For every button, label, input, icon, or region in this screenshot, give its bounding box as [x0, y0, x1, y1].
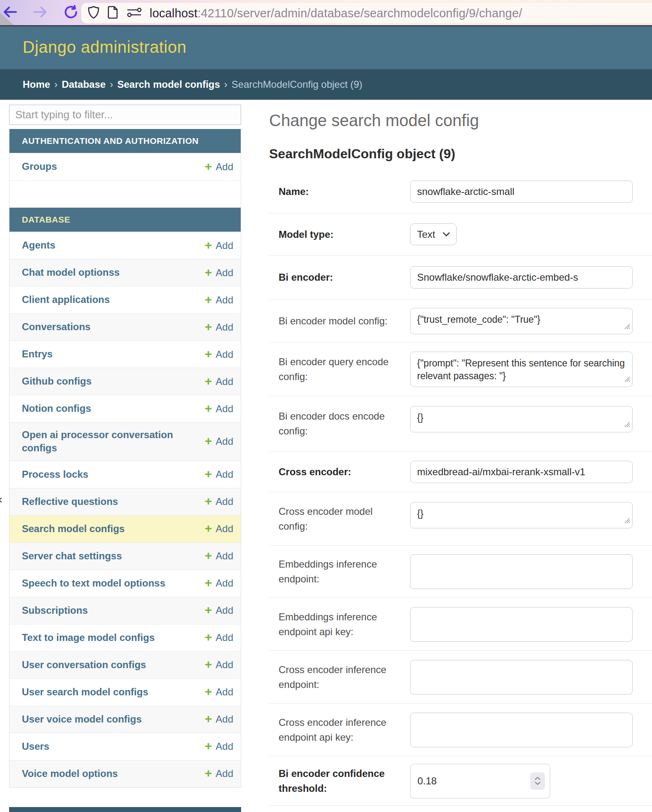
model-link-server-chat-settingss[interactable]: Server chat settingss [22, 544, 122, 568]
breadcrumb-link-home[interactable]: Home [23, 79, 50, 90]
model-link-speech-to-text-model-optionss[interactable]: Speech to text model optionss [22, 571, 165, 596]
app-section-header: DATABASE [9, 208, 241, 232]
model-link-open-ai-processor-conversation-configs[interactable]: Open ai processor conversation configs [22, 422, 205, 461]
add-button-chat-model-optionss[interactable]: +Add [205, 267, 233, 279]
embeddings-inference-endpoint-api-key-input[interactable] [410, 607, 633, 642]
field-widget-model-type: Text [410, 223, 652, 245]
site-brand[interactable]: Django administration [23, 38, 186, 56]
breadcrumb-link-database[interactable]: Database [62, 79, 106, 90]
add-button-server-chat-settingss[interactable]: +Add [205, 550, 233, 562]
model-link-search-model-configs[interactable]: Search model configs [22, 516, 124, 541]
sidebar-item-voice-model-options: Voice model options+Add [9, 760, 241, 787]
model-link-users[interactable]: Users [22, 734, 49, 759]
model-link-chat-model-optionss[interactable]: Chat model optionss [22, 260, 120, 285]
add-button-open-ai-processor-conversation-configs[interactable]: +Add [205, 435, 233, 448]
add-button-speech-to-text-model-optionss[interactable]: +Add [205, 577, 233, 589]
model-link-agents[interactable]: Agents [22, 233, 55, 258]
bi-encoder-input[interactable] [410, 266, 633, 289]
add-button-client-applications[interactable]: +Add [205, 294, 233, 306]
sidebar-item-user-search-model-configs: User search model configs+Add [9, 678, 241, 706]
form-row-bi-encoder-confidence-threshold: Bi encoder confidence threshold: [269, 756, 652, 806]
add-button-github-configs[interactable]: +Add [205, 375, 233, 388]
add-button-user-conversation-configs[interactable]: +Add [205, 659, 233, 671]
sidebar-item-process-locks: Process locks+Add [9, 461, 241, 488]
model-link-groups[interactable]: Groups [22, 154, 57, 179]
cross-encoder-model-config-textarea[interactable] [410, 502, 633, 528]
resize-grip-icon[interactable] [624, 323, 631, 331]
model-link-process-locks[interactable]: Process locks [22, 462, 88, 487]
model-link-notion-configs[interactable]: Notion configs [22, 396, 91, 421]
sidebar-item-subscriptions: Subscriptions+Add [9, 597, 241, 624]
model-link-user-search-model-configs[interactable]: User search model configs [22, 680, 148, 704]
sidebar-filter-input[interactable] [9, 105, 241, 125]
model-link-conversations[interactable]: Conversations [22, 314, 91, 339]
form-row-cross-encoder-model-config: Cross encoder model config: [269, 492, 652, 546]
add-label: Add [216, 605, 233, 616]
shield-icon[interactable] [88, 6, 99, 21]
bi-encoder-docs-encode-config-textarea[interactable] [410, 406, 633, 432]
name-input[interactable] [410, 181, 633, 203]
back-icon[interactable] [2, 6, 17, 20]
url-bar[interactable]: localhost:42110/server/admin/database/se… [81, 3, 652, 23]
bi-encoder-confidence-threshold-input[interactable] [410, 764, 550, 798]
add-label: Add [216, 496, 233, 507]
plus-icon: + [205, 321, 212, 333]
stepper-down-icon[interactable] [535, 781, 541, 785]
model-link-subscriptions[interactable]: Subscriptions [22, 598, 88, 623]
resize-grip-icon[interactable] [624, 517, 631, 526]
bi-encoder-query-encode-config-textarea[interactable] [410, 352, 633, 387]
cross-encoder-inference-endpoint-input[interactable] [410, 660, 633, 695]
form-row-bi-encoder-model-config: Bi encoder model config: [269, 300, 652, 343]
model-link-user-conversation-configs[interactable]: User conversation configs [22, 652, 146, 677]
field-label-cross-encoder-inference-endpoint-api-key: Cross encoder inference endpoint api key… [269, 715, 410, 745]
page-title: Change search model config [269, 111, 652, 130]
url-text[interactable]: localhost:42110/server/admin/database/se… [150, 7, 522, 20]
resize-grip-icon[interactable] [624, 376, 631, 384]
permissions-icon[interactable] [127, 7, 142, 20]
next-section-header-partial [9, 807, 241, 812]
plus-icon: + [205, 685, 212, 698]
add-button-process-locks[interactable]: +Add [205, 468, 233, 481]
page-icon[interactable] [108, 6, 118, 21]
plus-icon: + [205, 604, 212, 616]
add-button-user-search-model-configs[interactable]: +Add [205, 686, 233, 698]
reload-icon[interactable] [63, 5, 78, 21]
add-button-agents[interactable]: +Add [205, 239, 233, 252]
model-link-reflective-questions[interactable]: Reflective questions [22, 489, 118, 514]
field-label-bi-encoder-model-config: Bi encoder model config: [269, 314, 410, 329]
add-button-subscriptions[interactable]: +Add [205, 604, 233, 617]
model-link-entrys[interactable]: Entrys [22, 342, 53, 366]
field-widget-bi-encoder-model-config [410, 308, 652, 334]
add-button-user-voice-model-configs[interactable]: +Add [205, 713, 233, 725]
change-form: Name:Model type:TextBi encoder:Bi encode… [269, 170, 652, 806]
cross-encoder-input[interactable] [410, 461, 633, 483]
add-button-reflective-questions[interactable]: +Add [205, 495, 233, 508]
cross-encoder-inference-endpoint-api-key-input[interactable] [410, 713, 633, 747]
add-button-voice-model-options[interactable]: +Add [205, 767, 233, 780]
model-link-client-applications[interactable]: Client applications [22, 287, 110, 312]
stepper-up-icon[interactable] [535, 777, 541, 780]
add-button-conversations[interactable]: +Add [205, 321, 233, 333]
forward-icon[interactable] [33, 6, 48, 20]
model-link-user-voice-model-configs[interactable]: User voice model configs [22, 707, 142, 732]
sidebar-toggle-icon[interactable]: ‹ [0, 492, 2, 506]
breadcrumb-link-search-model-configs[interactable]: Search model configs [117, 79, 220, 90]
number-stepper[interactable] [530, 772, 545, 790]
embeddings-inference-endpoint-input[interactable] [410, 554, 633, 589]
bi-encoder-model-config-textarea[interactable] [410, 308, 633, 334]
sidebar-item-chat-model-optionss: Chat model optionss+Add [9, 259, 241, 286]
model-link-voice-model-options[interactable]: Voice model options [22, 761, 118, 786]
model-type-select[interactable]: Text [410, 223, 457, 245]
add-button-entrys[interactable]: +Add [205, 348, 233, 361]
field-label-model-type: Model type: [269, 227, 410, 242]
model-link-text-to-image-model-configs[interactable]: Text to image model configs [22, 625, 155, 650]
add-button-search-model-configs[interactable]: +Add [205, 523, 233, 535]
model-link-github-configs[interactable]: Github configs [22, 369, 91, 394]
sidebar-item-speech-to-text-model-optionss: Speech to text model optionss+Add [9, 570, 241, 597]
field-widget-name [410, 181, 652, 203]
add-button-text-to-image-model-configs[interactable]: +Add [205, 631, 233, 644]
add-button-notion-configs[interactable]: +Add [205, 403, 233, 415]
resize-grip-icon[interactable] [624, 421, 631, 429]
add-button-users[interactable]: +Add [205, 740, 233, 753]
add-button-groups[interactable]: +Add [205, 161, 233, 173]
